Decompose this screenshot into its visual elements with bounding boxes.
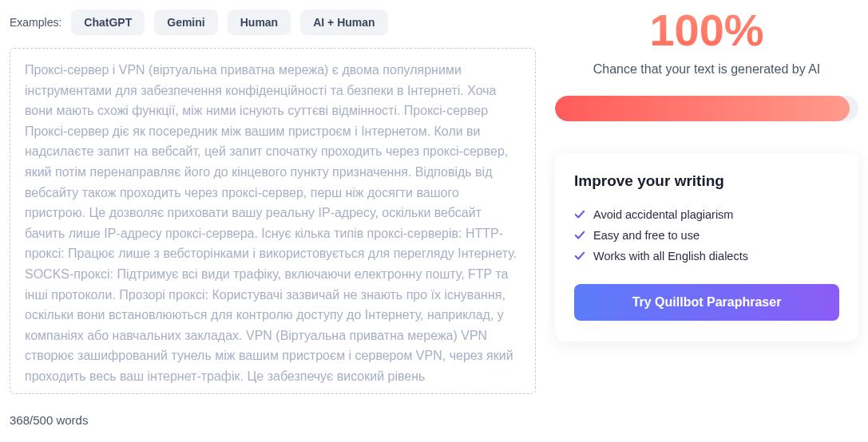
improve-writing-card: Improve your writing Avoid accidental pl… (555, 153, 858, 341)
example-chip-human[interactable]: Human (228, 10, 291, 35)
left-panel: Examples: ChatGPT Gemini Human AI + Huma… (10, 0, 536, 427)
feature-item: Works with all English dialects (574, 246, 839, 266)
check-icon (574, 209, 585, 220)
textarea-container (10, 48, 536, 394)
ai-percentage: 100% (555, 8, 858, 53)
chance-text: Chance that your text is generated by AI (555, 62, 858, 77)
right-panel: 100% Chance that your text is generated … (555, 0, 858, 341)
card-title: Improve your writing (574, 172, 839, 190)
examples-row: Examples: ChatGPT Gemini Human AI + Huma… (10, 0, 536, 48)
try-paraphraser-button[interactable]: Try Quillbot Paraphraser (574, 284, 839, 321)
feature-text: Works with all English dialects (593, 250, 748, 262)
text-input[interactable] (10, 49, 535, 393)
word-count: 368/500 words (10, 394, 536, 427)
feature-item: Avoid accidental plagiarism (574, 204, 839, 225)
example-chip-gemini[interactable]: Gemini (154, 10, 217, 35)
feature-text: Easy and free to use (593, 229, 700, 242)
check-icon (574, 251, 585, 262)
feature-text: Avoid accidental plagiarism (593, 208, 733, 221)
ai-progress-bar (555, 96, 858, 121)
example-chip-chatgpt[interactable]: ChatGPT (71, 10, 145, 35)
feature-list: Avoid accidental plagiarism Easy and fre… (574, 204, 839, 266)
examples-label: Examples: (10, 16, 61, 29)
ai-progress-fill (555, 96, 850, 121)
example-chip-ai-human[interactable]: AI + Human (300, 10, 387, 35)
feature-item: Easy and free to use (574, 225, 839, 246)
check-icon (574, 230, 585, 241)
